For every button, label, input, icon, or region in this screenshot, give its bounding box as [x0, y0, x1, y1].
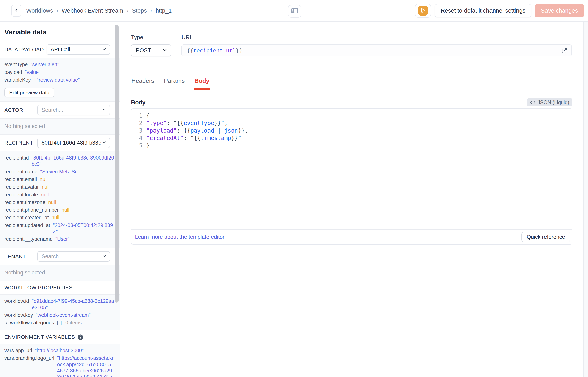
workflow-categories-row[interactable]: workflow.categories [ ] 0 items	[4, 320, 115, 326]
workflow-properties-panel: workflow.id"e91ddae4-7f99-45cb-a688-3c12…	[0, 295, 120, 330]
step-editor-main: Type POST URL {{recipient.url}}	[120, 22, 588, 377]
tenant-empty-panel: Nothing selected	[0, 265, 120, 281]
recipient-panel: recipient.id"80f1f4bf-166d-48f9-b33c-390…	[0, 151, 120, 248]
line-number: 3	[131, 127, 146, 134]
chevron-left-icon	[13, 7, 19, 14]
kv-key: eventType	[4, 61, 28, 68]
kv-key: payload	[4, 69, 22, 75]
code-line: 4"createdAt": "{{timestamp}}"	[131, 134, 572, 142]
environment-variables-header: ENVIRONMENT VARIABLES	[0, 330, 120, 344]
tab-params[interactable]: Params	[163, 77, 185, 91]
kv-key: recipient.phone_number	[4, 207, 59, 213]
save-changes-button[interactable]: Save changes	[535, 4, 584, 17]
kv-key: recipient.name	[4, 169, 37, 175]
kv-key: vars.app_url	[4, 347, 32, 354]
sidebar-toggle-button[interactable]	[288, 5, 301, 18]
url-value: {{recipient.url}}	[187, 47, 242, 54]
kv-value: "User"	[55, 236, 70, 242]
code-editor[interactable]: 1{2"type": "{{eventType}}",3"payload": {…	[131, 109, 572, 229]
actor-empty-text: Nothing selected	[4, 123, 45, 129]
actor-select[interactable]: Search...	[37, 105, 110, 115]
kv-value: null	[40, 176, 47, 182]
kv-row: vars.branding.logo_url"https://account-a…	[4, 355, 115, 377]
categories-key: workflow.categories	[10, 320, 54, 326]
code-line: 2"type": "{{eventType}}",	[131, 119, 572, 127]
line-number: 4	[131, 134, 146, 142]
recipient-row: RECIPIENT 80f1f4bf-166d-48f9-b33c	[0, 135, 120, 151]
code-content: {	[146, 112, 150, 119]
kv-key: recipient.created_at	[4, 214, 49, 221]
kv-key: recipient.__typename	[4, 236, 53, 242]
back-button[interactable]	[11, 5, 21, 16]
breadcrumb: Workflows›Webhook Event Stream›Steps›htt…	[26, 7, 172, 14]
kv-key: recipient.email	[4, 176, 37, 182]
kv-value: null	[52, 214, 59, 221]
commit-button[interactable]	[415, 4, 431, 18]
git-branch-icon	[418, 6, 428, 15]
kv-key: recipient.updated_at	[4, 222, 50, 228]
actor-label: ACTOR	[4, 107, 37, 113]
template-editor-docs-link[interactable]: Learn more about the template editor	[135, 234, 224, 240]
kv-row: recipient.localenull	[4, 191, 115, 198]
method-value: POST	[136, 47, 162, 54]
kv-row: recipient.phone_numbernull	[4, 207, 115, 213]
sidebar-scrollbar-thumb[interactable]	[115, 25, 119, 303]
kv-row: recipient.emailnull	[4, 176, 115, 182]
chevron-down-icon	[102, 253, 107, 259]
actor-row: ACTOR Search...	[0, 102, 120, 118]
code-content: "type": "{{eventType}}",	[146, 119, 228, 127]
info-icon[interactable]	[77, 334, 83, 340]
edit-preview-data-button[interactable]: Edit preview data	[4, 88, 54, 97]
kv-key: workflow.key	[4, 312, 33, 318]
tab-headers[interactable]: Headers	[131, 77, 154, 91]
breadcrumb-item[interactable]: Webhook Event Stream	[62, 7, 123, 14]
request-tabs: HeadersParamsBody	[131, 77, 573, 91]
workflow-properties-label: WORKFLOW PROPERTIES	[4, 284, 72, 291]
line-number: 2	[131, 119, 146, 127]
kv-value: null	[42, 184, 49, 190]
kv-key: recipient.locale	[4, 191, 38, 198]
environment-variables-panel: vars.app_url"http://localhost:3000"vars.…	[0, 344, 120, 377]
url-field: URL {{recipient.url}}	[181, 34, 572, 56]
kv-row: recipient.id"80f1f4bf-166d-48f9-b33c-390…	[4, 155, 115, 167]
recipient-select[interactable]: 80f1f4bf-166d-48f9-b33c	[37, 138, 110, 148]
top-bar: Workflows›Webhook Event Stream›Steps›htt…	[0, 0, 588, 22]
kv-row: recipient.avatarnull	[4, 184, 115, 190]
body-template-editor: 1{2"type": "{{eventType}}",3"payload": {…	[131, 108, 573, 245]
language-badge-text: JSON (Liquid)	[538, 99, 569, 105]
categories-count: 0 items	[65, 320, 82, 326]
line-number: 5	[131, 142, 146, 149]
data-payload-value: API Call	[51, 47, 102, 53]
topbar-actions: Reset to default channel settings Save c…	[415, 4, 584, 18]
kv-key: vars.branding.logo_url	[4, 355, 54, 361]
chevron-down-icon	[102, 140, 107, 146]
url-label: URL	[181, 34, 572, 41]
breadcrumb-item: Steps	[132, 7, 147, 14]
quick-reference-button[interactable]: Quick reference	[521, 232, 570, 242]
actor-empty-panel: Nothing selected	[0, 118, 120, 135]
recipient-label: RECIPIENT	[4, 140, 37, 146]
external-link-icon[interactable]	[561, 47, 568, 55]
kv-value: "https://account-assets.knock.app/42d161…	[57, 355, 115, 377]
recipient-value: 80f1f4bf-166d-48f9-b33c	[42, 140, 102, 146]
data-payload-select[interactable]: API Call	[47, 44, 110, 55]
tenant-row: TENANT Search...	[0, 248, 120, 265]
breadcrumb-item: Workflows	[26, 7, 53, 14]
data-payload-row: DATA PAYLOAD API Call	[0, 41, 120, 58]
chevron-down-icon	[162, 47, 168, 54]
panel-layout-icon	[291, 7, 299, 15]
url-input[interactable]: {{recipient.url}}	[181, 44, 572, 56]
tenant-label: TENANT	[4, 253, 37, 259]
kv-value: "2024-03-05T00:42:29.839Z"	[53, 222, 115, 235]
environment-variables-label: ENVIRONMENT VARIABLES	[4, 334, 75, 340]
tenant-select[interactable]: Search...	[37, 251, 110, 262]
main-scrollbar-gutter[interactable]	[583, 22, 588, 377]
method-select[interactable]: POST	[131, 44, 171, 56]
reset-channel-settings-button[interactable]: Reset to default channel settings	[435, 4, 531, 17]
editor-footer: Learn more about the template editor Qui…	[131, 229, 572, 244]
tab-body[interactable]: Body	[194, 77, 210, 91]
breadcrumb-separator: ›	[150, 8, 152, 14]
kv-value: null	[62, 207, 70, 213]
chevron-down-icon	[102, 47, 107, 53]
type-field: Type POST	[131, 34, 171, 56]
